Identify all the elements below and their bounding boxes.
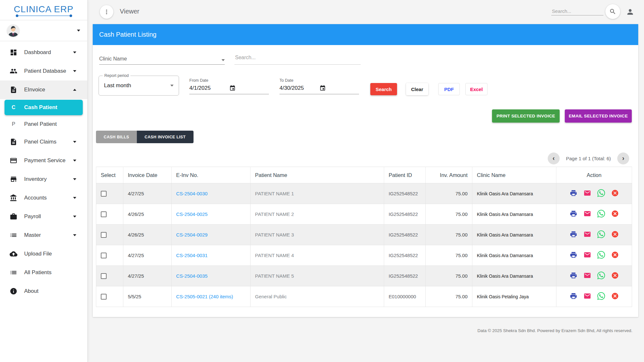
page-title: Viewer — [120, 8, 139, 15]
prev-page-button[interactable]: ‹ — [548, 153, 560, 164]
print-selected-invoice-button[interactable]: PRINT SELECTED INVOICE — [492, 109, 560, 123]
email-icon[interactable] — [583, 251, 591, 259]
email-selected-invoice-button[interactable]: EMAIL SELECTED INVOICE — [565, 109, 632, 123]
avatar — [7, 24, 19, 37]
menu-kebab-button[interactable] — [100, 5, 113, 19]
print-icon[interactable] — [570, 272, 577, 279]
whatsapp-icon[interactable] — [597, 210, 605, 218]
info-icon — [10, 287, 17, 295]
email-icon[interactable] — [583, 272, 591, 279]
e-inv-link[interactable]: CS-2504-0025 — [176, 211, 208, 217]
global-search-input[interactable] — [551, 7, 603, 15]
cloud-upload-icon — [10, 250, 17, 258]
table-row: 4/26/25 CS-2504-0029 PATIENT NAME 3 IG25… — [96, 225, 632, 245]
report-period-select[interactable]: Report period Last month — [99, 76, 179, 96]
email-icon[interactable] — [583, 292, 591, 300]
whatsapp-icon[interactable] — [597, 189, 605, 197]
row-checkbox[interactable] — [101, 273, 107, 279]
cancel-icon[interactable] — [611, 272, 619, 279]
whatsapp-icon[interactable] — [597, 251, 605, 259]
col-invoice-date: Invoice Date — [123, 167, 172, 183]
search-button[interactable]: Search — [370, 83, 397, 95]
patient-id-cell: E010000000 — [384, 286, 426, 307]
sidebar-item-master[interactable]: Master — [0, 226, 87, 245]
sidebar-item-panel-patient[interactable]: P Panel Patient — [0, 116, 87, 133]
email-icon[interactable] — [583, 230, 591, 238]
whatsapp-icon[interactable] — [597, 272, 605, 279]
clinic-name-select[interactable]: Clinic Name — [99, 52, 225, 65]
filter-search-input[interactable] — [234, 52, 361, 65]
invoice-date-cell: 4/26/25 — [123, 225, 172, 245]
whatsapp-icon[interactable] — [597, 230, 605, 238]
cancel-icon[interactable] — [611, 230, 619, 238]
sidebar-item-all-patients[interactable]: All Patients — [0, 263, 87, 282]
print-icon[interactable] — [570, 189, 577, 197]
excel-button[interactable]: Excel — [465, 83, 488, 95]
row-checkbox[interactable] — [101, 294, 107, 300]
row-checkbox[interactable] — [101, 253, 107, 258]
cancel-icon[interactable] — [611, 189, 619, 197]
table-row: 5/5/25 CS-2505-0021 (240 items) General … — [96, 286, 632, 307]
sidebar-item-cash-patient[interactable]: C Cash Patient — [5, 100, 83, 115]
from-date-field[interactable]: From Date 4/1/2025 — [189, 78, 269, 94]
sidebar-item-about[interactable]: About — [0, 282, 87, 301]
to-date-field[interactable]: To Date 4/30/2025 — [279, 78, 359, 94]
sidebar-item-payroll[interactable]: Payroll — [0, 207, 87, 226]
clinic-name-cell: Klinik Oasis Ara Damansara — [472, 225, 556, 245]
calendar-icon[interactable] — [229, 85, 269, 91]
account-icon[interactable] — [626, 8, 634, 16]
col-select: Select — [96, 167, 123, 183]
sidebar-item-inventory[interactable]: Inventory — [0, 170, 87, 189]
bank-icon — [10, 194, 17, 202]
calendar-icon[interactable] — [319, 85, 359, 91]
dashboard-icon — [10, 49, 17, 56]
sidebar-item-einvoice[interactable]: EInvoice — [0, 80, 87, 99]
pdf-button[interactable]: PDF — [438, 83, 460, 95]
e-inv-link[interactable]: CS-2504-0030 — [176, 191, 208, 196]
email-icon[interactable] — [583, 189, 591, 197]
print-icon[interactable] — [570, 251, 577, 259]
patient-name-cell: PATIENT NAME 1 — [251, 183, 384, 204]
invoice-date-cell: 4/27/25 — [123, 245, 172, 266]
tab-cash-invoice-list[interactable]: CASH INVOICE LIST — [137, 131, 194, 143]
print-icon[interactable] — [570, 230, 577, 238]
inv-amount-cell: 75.00 — [426, 266, 472, 286]
tab-cash-bills[interactable]: CASH BILLS — [96, 131, 137, 143]
app-logo[interactable]: CLINICA ERP — [0, 0, 87, 20]
clinic-name-cell: Klinik Oasis Ara Damansara — [472, 266, 556, 286]
chevron-down-icon — [73, 141, 76, 143]
patient-id-cell: IG252548522 — [384, 225, 426, 245]
chevron-down-icon — [73, 216, 76, 218]
e-inv-link[interactable]: CS-2504-0031 — [176, 253, 208, 258]
inv-amount-cell: 75.00 — [426, 286, 472, 307]
chevron-down-icon — [222, 59, 225, 61]
clinic-name-cell: Klinik Oasis Ara Damansara — [472, 204, 556, 225]
global-search-button[interactable] — [605, 4, 620, 19]
sidebar-item-dashboard[interactable]: Dashboard — [0, 43, 87, 62]
cancel-icon[interactable] — [611, 251, 619, 259]
clear-button[interactable]: Clear — [406, 83, 428, 95]
sidebar-item-accounts[interactable]: Accounts — [0, 189, 87, 207]
chevron-down-icon — [73, 234, 76, 236]
e-inv-link[interactable]: CS-2504-0035 — [176, 273, 208, 279]
row-checkbox[interactable] — [101, 232, 107, 238]
chevron-up-icon — [73, 89, 76, 91]
print-icon[interactable] — [570, 210, 577, 218]
patient-name-cell: PATIENT NAME 5 — [251, 266, 384, 286]
kebab-icon — [103, 8, 110, 15]
sidebar-item-panel-claims[interactable]: Panel Claims — [0, 133, 87, 151]
row-checkbox[interactable] — [101, 191, 107, 197]
whatsapp-icon[interactable] — [597, 292, 605, 300]
print-icon[interactable] — [570, 292, 577, 300]
sidebar-item-patient-database[interactable]: Patient Database — [0, 62, 87, 80]
cancel-icon[interactable] — [611, 292, 619, 300]
e-inv-link[interactable]: CS-2504-0029 — [176, 232, 208, 237]
cancel-icon[interactable] — [611, 210, 619, 218]
e-inv-link[interactable]: CS-2505-0021 (240 items) — [176, 294, 233, 299]
sidebar-item-upload-file[interactable]: Upload File — [0, 245, 87, 263]
email-icon[interactable] — [583, 210, 591, 218]
sidebar-item-payment-service[interactable]: Payment Service — [0, 151, 87, 170]
row-checkbox[interactable] — [101, 211, 107, 217]
next-page-button[interactable]: › — [617, 153, 629, 164]
user-menu[interactable] — [0, 20, 87, 41]
